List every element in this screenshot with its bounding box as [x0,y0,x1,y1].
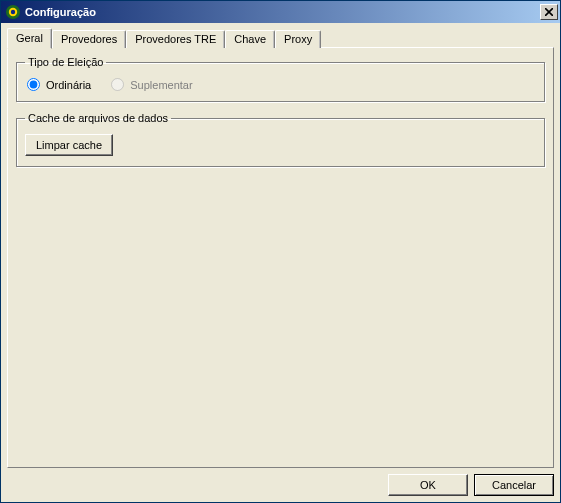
radio-label: Suplementar [130,79,192,91]
client-area: Geral Provedores Provedores TRE Chave Pr… [1,23,560,502]
tabstrip: Geral Provedores Provedores TRE Chave Pr… [7,27,554,47]
dialog-footer: OK Cancelar [7,468,554,496]
radio-ordinaria-input[interactable] [27,78,40,91]
ok-button[interactable]: OK [388,474,468,496]
tab-panel-geral: Tipo de Eleição Ordinária Suplementar Ca… [7,47,554,468]
tab-label: Proxy [284,33,312,45]
group-cache: Cache de arquivos de dados Limpar cache [16,112,545,167]
tab-label: Provedores TRE [135,33,216,45]
radio-label: Ordinária [46,79,91,91]
close-button[interactable] [540,4,558,20]
radio-suplementar-input [111,78,124,91]
tab-provedores[interactable]: Provedores [52,30,126,48]
group-tipo-eleicao: Tipo de Eleição Ordinária Suplementar [16,56,545,102]
tab-label: Provedores [61,33,117,45]
limpar-cache-button[interactable]: Limpar cache [25,134,113,156]
radio-ordinaria[interactable]: Ordinária [25,78,91,91]
svg-point-2 [11,10,15,14]
close-icon [545,7,553,18]
titlebar: Configuração [1,1,560,23]
group-legend: Tipo de Eleição [25,56,106,68]
radio-row: Ordinária Suplementar [25,78,536,91]
tab-chave[interactable]: Chave [225,30,275,48]
radio-suplementar: Suplementar [109,78,192,91]
tab-provedores-tre[interactable]: Provedores TRE [126,30,225,48]
group-legend: Cache de arquivos de dados [25,112,171,124]
tab-proxy[interactable]: Proxy [275,30,321,48]
tab-label: Geral [16,32,43,44]
app-icon [5,4,21,20]
window-title: Configuração [25,6,538,18]
tab-label: Chave [234,33,266,45]
cancel-button[interactable]: Cancelar [474,474,554,496]
config-window: Configuração Geral Provedores Provedores… [0,0,561,503]
tab-geral[interactable]: Geral [7,28,52,49]
